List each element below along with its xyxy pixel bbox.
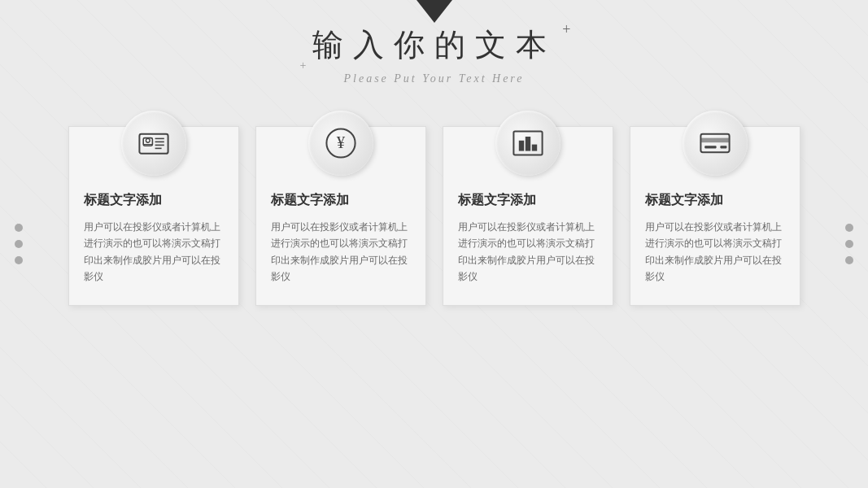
cards-container: 标题文字添加 用户可以在投影仪或者计算机上进行演示的也可以将演示文稿打印出来制作… [0,102,868,306]
svg-rect-12 [525,137,530,151]
card-3-title: 标题文字添加 [458,192,598,209]
card-4-icon-wrapper [645,111,785,176]
right-dot-1 [845,224,853,232]
id-card-icon [134,124,173,163]
side-dots-left [15,224,23,264]
card-1-title: 标题文字添加 [84,192,224,209]
left-dot-2 [15,240,23,248]
card-2-title: 标题文字添加 [271,192,411,209]
card-1-icon-circle [121,111,186,176]
card-4-title: 标题文字添加 [645,192,785,209]
credit-card-icon [696,124,735,163]
card-2-icon-circle: ¥ [308,111,373,176]
svg-rect-11 [518,141,523,151]
card-4-icon-circle [683,111,748,176]
card-3-icon-circle [495,111,560,176]
card-2-text: 用户可以在投影仪或者计算机上进行演示的也可以将演示文稿打印出来制作成胶片用户可以… [271,219,411,285]
card-3: 标题文字添加 用户可以在投影仪或者计算机上进行演示的也可以将演示文稿打印出来制作… [443,126,613,306]
left-dot-3 [15,256,23,264]
side-dots-right [845,224,853,264]
plus-decoration-main: + [562,21,570,38]
svg-text:¥: ¥ [336,133,345,151]
svg-rect-14 [700,134,729,152]
card-3-text: 用户可以在投影仪或者计算机上进行演示的也可以将演示文稿打印出来制作成胶片用户可以… [458,219,598,285]
page-title: 输入你的文本 [312,24,556,66]
card-3-icon-wrapper [458,111,598,176]
card-1-icon-wrapper [84,111,224,176]
header-section: 输入你的文本 + + Please Put Your Text Here [0,0,868,85]
card-1: 标题文字添加 用户可以在投影仪或者计算机上进行演示的也可以将演示文稿打印出来制作… [68,126,239,306]
svg-point-2 [146,138,150,142]
card-1-text: 用户可以在投影仪或者计算机上进行演示的也可以将演示文稿打印出来制作成胶片用户可以… [84,219,224,285]
svg-rect-17 [720,146,726,148]
page-subtitle: Please Put Your Text Here [0,72,868,85]
left-dot-1 [15,224,23,232]
card-4: 标题文字添加 用户可以在投影仪或者计算机上进行演示的也可以将演示文稿打印出来制作… [630,126,800,306]
yen-icon: ¥ [321,124,360,163]
bar-chart-icon [508,124,547,163]
svg-rect-13 [531,145,536,151]
plus-decoration-small: + [300,59,307,72]
card-4-text: 用户可以在投影仪或者计算机上进行演示的也可以将演示文稿打印出来制作成胶片用户可以… [645,219,785,285]
right-dot-2 [845,240,853,248]
card-2-icon-wrapper: ¥ [271,111,411,176]
right-dot-3 [845,256,853,264]
page: 输入你的文本 + + Please Put Your Text Here [0,0,868,488]
svg-rect-15 [700,138,729,143]
svg-rect-16 [704,146,716,148]
card-2: ¥ 标题文字添加 用户可以在投影仪或者计算机上进行演示的也可以将演示文稿打印出来… [255,126,426,306]
